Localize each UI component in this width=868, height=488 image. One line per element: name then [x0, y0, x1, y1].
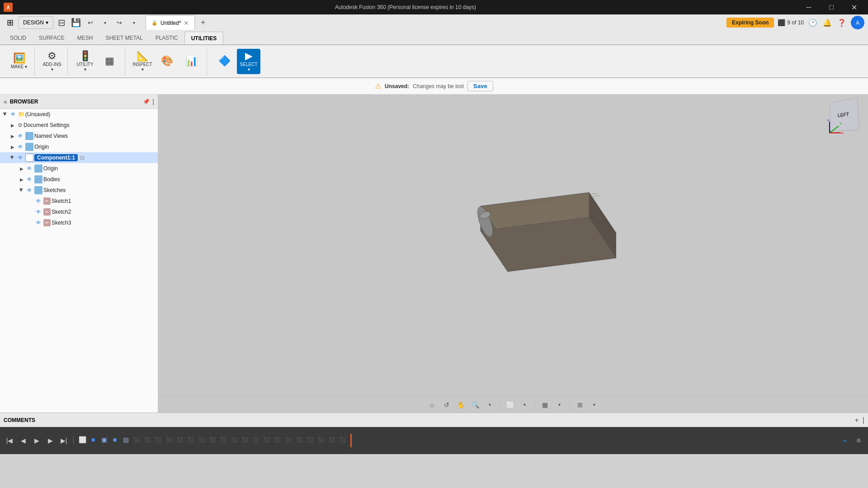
display-mode-button[interactable]: ⬜ — [504, 399, 517, 411]
browser-collapse-icon[interactable]: « — [4, 98, 7, 105]
tl-item-14[interactable]: ⬛ — [273, 434, 283, 446]
comp-vis-icon[interactable]: 👁 — [16, 154, 24, 162]
tl-item-5[interactable]: ⬛ — [175, 434, 185, 446]
utility-grid-button[interactable]: ▦ — [98, 49, 121, 74]
display-button[interactable]: 🔷 — [212, 49, 236, 74]
browser-pin-icon[interactable]: 📌 — [143, 99, 150, 105]
tab-solid[interactable]: SOLID — [4, 32, 33, 44]
tree-comp-origin[interactable]: ▶ 👁 Origin — [0, 163, 158, 174]
viewcube[interactable]: LEFT Y X Z — [827, 99, 863, 135]
tl-item-3[interactable]: ⬛ — [153, 434, 163, 446]
tl-item-6[interactable]: ⬛ — [186, 434, 196, 446]
expand-sketches-arrow[interactable]: ▶ — [18, 187, 25, 194]
app-grid-button[interactable]: ⊞ — [4, 16, 16, 29]
make-button[interactable]: 🖼️ MAKE ▾ — [7, 49, 31, 74]
grid-button[interactable]: ▦ — [539, 399, 552, 411]
tl-item-8[interactable]: ⬛ — [208, 434, 217, 446]
tl-select-frame[interactable]: ⬜ — [77, 434, 87, 446]
tree-bodies[interactable]: ▶ 👁 Bodies — [0, 174, 158, 185]
comments-collapse-icon[interactable]: | — [863, 416, 864, 424]
sketch2-vis-icon[interactable]: 👁 — [34, 208, 42, 216]
tab-sheet-metal[interactable]: SHEET METAL — [99, 32, 149, 44]
tl-item-4[interactable]: ⬛ — [164, 434, 174, 446]
measure-button[interactable]: 📐 INSPECT ▾ — [131, 49, 154, 74]
redo-button[interactable]: ↪ — [113, 16, 126, 29]
tl-item-17[interactable]: ⬛ — [305, 434, 315, 446]
tl-item-13[interactable]: ⬛ — [262, 434, 272, 446]
tl-item-16[interactable]: ⬛ — [294, 434, 304, 446]
expand-root-arrow[interactable]: ▶ — [2, 111, 9, 118]
minimize-button[interactable]: ─ — [798, 0, 819, 14]
help-icon[interactable]: ❓ — [836, 17, 847, 28]
timeline-step-forward[interactable]: ▶ — [44, 435, 56, 446]
sketch3-vis-icon[interactable]: 👁 — [34, 219, 42, 227]
file-button[interactable]: ⊟ — [55, 16, 68, 29]
named-views-vis-icon[interactable]: 👁 — [16, 132, 24, 140]
tab-plastic[interactable]: PLASTIC — [149, 32, 184, 44]
undo-button[interactable]: ↩ — [84, 16, 97, 29]
tl-blue-box[interactable]: ■ — [88, 434, 98, 446]
tl-item-1[interactable]: ⬛ — [132, 434, 142, 446]
tree-origin-root[interactable]: ▶ 👁 Origin — [0, 141, 158, 152]
tree-sketches[interactable]: ▶ 👁 Sketches — [0, 185, 158, 196]
color-button[interactable]: 🎨 — [155, 49, 179, 74]
origin-vis-icon[interactable]: 👁 — [16, 143, 24, 151]
tl-solid-box[interactable]: ■ — [110, 434, 120, 446]
root-vis-icon[interactable]: 👁 — [9, 110, 17, 118]
redo-dropdown[interactable]: ▾ — [127, 16, 140, 29]
clock-icon[interactable]: 🕐 — [807, 17, 818, 28]
select-button[interactable]: ▶ SELECT ▾ — [237, 49, 260, 74]
tl-item-10[interactable]: ⬛ — [229, 434, 239, 446]
bell-icon[interactable]: 🔔 — [822, 17, 833, 28]
viewport[interactable]: LEFT Y X Z ⌂ ↺ ✋ 🔍 ▾ ⬜ ▾ ▦ ▾ — [158, 94, 868, 413]
timeline-add-point[interactable]: + — [839, 435, 851, 446]
tab-surface[interactable]: SURFACE — [33, 32, 71, 44]
tab-utilities[interactable]: UTILITIES — [184, 32, 224, 44]
sketches-vis-icon[interactable]: 👁 — [25, 186, 33, 194]
tl-item-12[interactable]: ⬛ — [251, 434, 261, 446]
tl-item-9[interactable]: ⬛ — [218, 434, 228, 446]
pan-button[interactable]: ✋ — [455, 399, 467, 411]
browser-expand-icon[interactable]: | — [152, 98, 154, 105]
display-dropdown[interactable]: ▾ — [519, 399, 531, 411]
sketch1-vis-icon[interactable]: 👁 — [34, 197, 42, 205]
design-button[interactable]: DESIGN ▾ — [18, 16, 53, 29]
comments-add-icon[interactable]: + — [855, 416, 859, 424]
tree-root[interactable]: ▶ 👁 📁 (Unsaved) — [0, 109, 158, 120]
comp-origin-vis-icon[interactable]: 👁 — [25, 164, 33, 173]
tl-item-15[interactable]: ⬛ — [283, 434, 293, 446]
tree-component1[interactable]: ▶ 👁 Component1:1 ⊙ — [0, 152, 158, 163]
tl-item-2[interactable]: ⬛ — [142, 434, 152, 446]
expand-doc-arrow[interactable]: ▶ — [9, 122, 16, 129]
tl-item-18[interactable]: ⬛ — [316, 434, 326, 446]
expand-views-arrow[interactable]: ▶ — [9, 132, 16, 140]
zoom-dropdown[interactable]: ▾ — [484, 399, 496, 411]
expand-bodies-arrow[interactable]: ▶ — [18, 176, 25, 183]
zoom-button[interactable]: 🔍 — [469, 399, 482, 411]
save-button[interactable]: Save — [467, 81, 493, 91]
tl-item-19[interactable]: ⬛ — [327, 434, 337, 446]
tree-named-views[interactable]: ▶ 👁 Named Views — [0, 131, 158, 141]
tl-outline-box[interactable]: ▣ — [99, 434, 109, 446]
home-view-button[interactable]: ⌂ — [426, 399, 439, 411]
expiring-soon-button[interactable]: Expiring Soon — [726, 18, 774, 28]
tree-document-settings[interactable]: ▶ ⚙ Document Settings — [0, 120, 158, 131]
save-icon-button[interactable]: 💾 — [70, 16, 82, 29]
tl-item-20[interactable]: ⬛ — [338, 434, 348, 446]
view-dropdown[interactable]: ▾ — [588, 399, 601, 411]
timeline-skip-back[interactable]: |◀ — [4, 435, 15, 446]
undo-dropdown[interactable]: ▾ — [99, 16, 111, 29]
utility-stoplight-button[interactable]: 🚦 UTILITY ▾ — [73, 49, 97, 74]
bodies-vis-icon[interactable]: 👁 — [25, 175, 33, 183]
expand-comp-origin-arrow[interactable]: ▶ — [18, 165, 25, 172]
avatar-button[interactable]: A — [851, 16, 864, 29]
close-button[interactable]: ✕ — [844, 0, 864, 14]
maximize-button[interactable]: □ — [821, 0, 842, 14]
tree-sketch2[interactable]: ▶ 👁 ✏ Sketch2 — [0, 206, 158, 217]
tree-sketch3[interactable]: ▶ 👁 ✏ Sketch3 — [0, 217, 158, 228]
view-mode-button[interactable]: ⊞ — [574, 399, 586, 411]
grid-dropdown[interactable]: ▾ — [553, 399, 566, 411]
add-ins-button[interactable]: ⚙ ADD-INS ▾ — [40, 49, 64, 74]
tl-partial-box[interactable]: ▤ — [121, 434, 131, 446]
document-tab[interactable]: 🔒 Untitled* ✕ — [146, 15, 195, 30]
